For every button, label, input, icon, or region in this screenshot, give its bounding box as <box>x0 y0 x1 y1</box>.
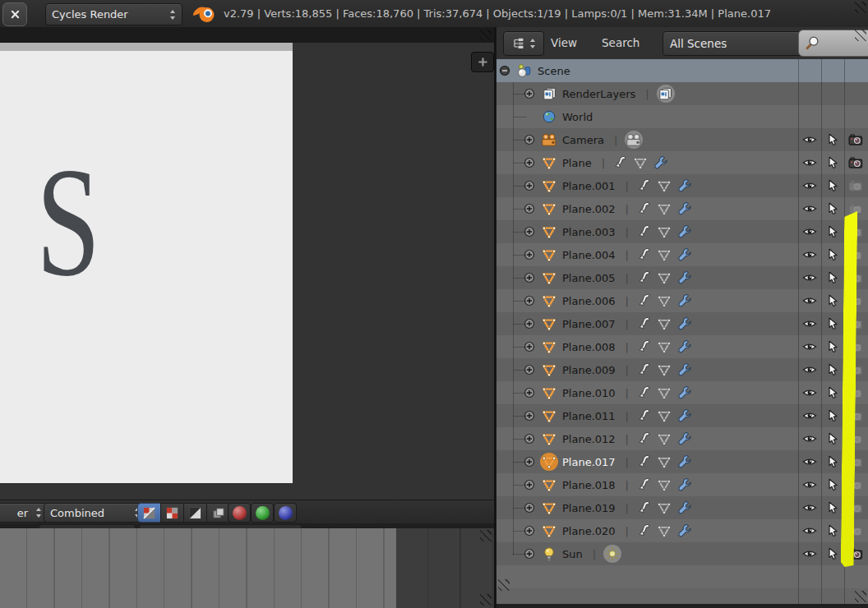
toggle-visibility-icon[interactable] <box>802 388 818 398</box>
toggle-selectability-icon[interactable] <box>828 524 838 537</box>
outliner-item-label[interactable]: Plane.006 <box>562 295 616 307</box>
toggle-visibility-icon[interactable] <box>802 342 818 352</box>
outliner-row-plane-018[interactable]: Plane.018 | <box>496 473 868 496</box>
channel-rgba-button[interactable] <box>137 503 161 523</box>
outliner-row-plane-011[interactable]: Plane.011 | <box>496 404 868 427</box>
toggle-visibility-icon[interactable] <box>802 227 818 237</box>
outliner-item-label[interactable]: Plane.019 <box>562 502 616 514</box>
toggle-visibility-icon[interactable] <box>802 250 818 260</box>
outliner-row-plane-008[interactable]: Plane.008 | <box>496 335 868 358</box>
render-engine-select[interactable]: Cycles Render <box>45 3 182 25</box>
toggle-visibility-icon[interactable] <box>802 158 818 168</box>
outliner-row-plane-019[interactable]: Plane.019 | <box>496 496 868 519</box>
toggle-selectability-icon[interactable] <box>828 478 838 491</box>
toggle-visibility-icon[interactable] <box>802 411 818 421</box>
timeline-region[interactable] <box>0 523 494 608</box>
corner-resize-grip[interactable] <box>855 2 866 13</box>
toggle-visibility-icon[interactable] <box>802 181 818 191</box>
outliner-row-plane-017[interactable]: Plane.017 | <box>496 450 868 473</box>
toggle-selectability-icon[interactable] <box>828 294 838 307</box>
outliner-item-label[interactable]: World <box>562 111 593 123</box>
outliner-row-plane[interactable]: Plane | <box>496 151 868 174</box>
outliner-item-label[interactable]: Plane.017 <box>562 456 616 468</box>
toggle-renderability-icon[interactable] <box>848 134 863 145</box>
render-slot-select[interactable]: er <box>0 503 48 523</box>
toggle-selectability-icon[interactable] <box>828 340 838 353</box>
region-expand-button[interactable] <box>471 52 494 72</box>
toggle-selectability-icon[interactable] <box>828 179 838 192</box>
toggle-visibility-icon[interactable] <box>802 135 818 145</box>
toggle-selectability-icon[interactable] <box>828 156 838 169</box>
outliner-item-label[interactable]: Plane.001 <box>562 180 616 192</box>
toggle-visibility-icon[interactable] <box>802 434 818 444</box>
editor-type-select[interactable] <box>503 31 544 56</box>
outliner-row-renderlayers[interactable]: RenderLayers | <box>496 82 868 105</box>
toggle-selectability-icon[interactable] <box>828 202 838 215</box>
outliner-item-label[interactable]: Plane.003 <box>562 226 616 238</box>
channel-alpha-button[interactable] <box>183 503 207 523</box>
outliner-item-label[interactable]: Plane.011 <box>562 410 616 422</box>
toggle-visibility-icon[interactable] <box>802 480 818 491</box>
search-menu[interactable]: Search <box>602 31 639 54</box>
red-sphere-button[interactable] <box>228 503 251 523</box>
outliner-item-label[interactable]: Plane.008 <box>562 341 616 353</box>
corner-resize-grip[interactable] <box>855 591 866 602</box>
toggle-selectability-icon[interactable] <box>828 317 838 330</box>
outliner-row-plane-003[interactable]: Plane.003 | <box>496 220 868 243</box>
outliner-row-world[interactable]: World <box>496 105 868 128</box>
outliner-item-label[interactable]: Plane.018 <box>562 479 616 491</box>
toggle-selectability-icon[interactable] <box>828 133 838 146</box>
outliner-row-plane-007[interactable]: Plane.007 | <box>496 312 868 335</box>
outliner-row-camera[interactable]: Camera | <box>496 128 868 151</box>
corner-resize-grip[interactable] <box>855 30 866 41</box>
toggle-visibility-icon[interactable] <box>802 526 818 537</box>
toggle-visibility-icon[interactable] <box>802 296 818 306</box>
outliner-row-plane-012[interactable]: Plane.012 | <box>496 427 868 450</box>
view-menu[interactable]: View <box>551 31 577 54</box>
outliner-row-plane-020[interactable]: Plane.020 | <box>496 519 868 542</box>
toggle-visibility-icon[interactable] <box>802 273 818 283</box>
toggle-visibility-icon[interactable] <box>802 503 818 514</box>
green-sphere-button[interactable] <box>251 503 274 523</box>
outliner-item-label[interactable]: Plane.004 <box>562 249 616 261</box>
timeline-frame-range[interactable] <box>0 528 396 608</box>
outliner-row-sun[interactable]: Sun | <box>496 542 868 565</box>
toggle-selectability-icon[interactable] <box>828 432 838 445</box>
corner-resize-grip[interactable] <box>480 594 492 606</box>
outliner-row-plane-002[interactable]: Plane.002 | <box>496 197 868 220</box>
outliner-item-label[interactable]: RenderLayers <box>562 88 635 100</box>
toggle-renderability-icon[interactable] <box>848 157 863 168</box>
outliner-item-label[interactable]: Plane.007 <box>562 318 616 330</box>
outliner-item-label[interactable]: Plane.010 <box>562 387 616 399</box>
channel-rgb-button[interactable] <box>160 503 184 523</box>
outliner-row-plane-009[interactable]: Plane.009 | <box>496 358 868 381</box>
outliner-row-plane-005[interactable]: Plane.005 | <box>496 266 868 289</box>
outliner-item-label[interactable]: Plane.009 <box>562 364 616 376</box>
outliner-row-plane-006[interactable]: Plane.006 | <box>496 289 868 312</box>
outliner-item-label[interactable]: Plane.012 <box>562 433 616 445</box>
toggle-selectability-icon[interactable] <box>828 501 838 514</box>
toggle-selectability-icon[interactable] <box>828 386 838 399</box>
outliner-row-plane-004[interactable]: Plane.004 | <box>496 243 868 266</box>
toggle-visibility-icon[interactable] <box>802 457 818 468</box>
toggle-selectability-icon[interactable] <box>828 271 838 284</box>
toggle-visibility-icon[interactable] <box>802 319 818 329</box>
toggle-renderability-icon[interactable] <box>848 180 863 191</box>
toggle-visibility-icon[interactable] <box>802 204 818 214</box>
expand-toggle-icon[interactable] <box>499 65 510 76</box>
outliner-item-label[interactable]: Plane.005 <box>562 272 616 284</box>
toggle-selectability-icon[interactable] <box>828 455 838 468</box>
outliner-item-label[interactable]: Sun <box>562 548 583 560</box>
outliner-item-label[interactable]: Camera <box>562 134 604 146</box>
outliner-item-label[interactable]: Plane.002 <box>562 203 616 215</box>
corner-resize-grip[interactable] <box>480 30 492 41</box>
outliner-item-label[interactable]: Plane <box>562 157 592 169</box>
outliner-item-label[interactable]: Plane.020 <box>562 525 616 537</box>
close-button[interactable] <box>2 2 27 26</box>
toggle-selectability-icon[interactable] <box>828 547 838 560</box>
corner-resize-grip[interactable] <box>498 579 510 591</box>
channel-zbuffer-button[interactable] <box>206 503 230 523</box>
display-mode-select[interactable]: All Scenes <box>663 31 812 56</box>
corner-resize-grip[interactable] <box>480 530 492 541</box>
blue-sphere-button[interactable] <box>274 503 297 523</box>
